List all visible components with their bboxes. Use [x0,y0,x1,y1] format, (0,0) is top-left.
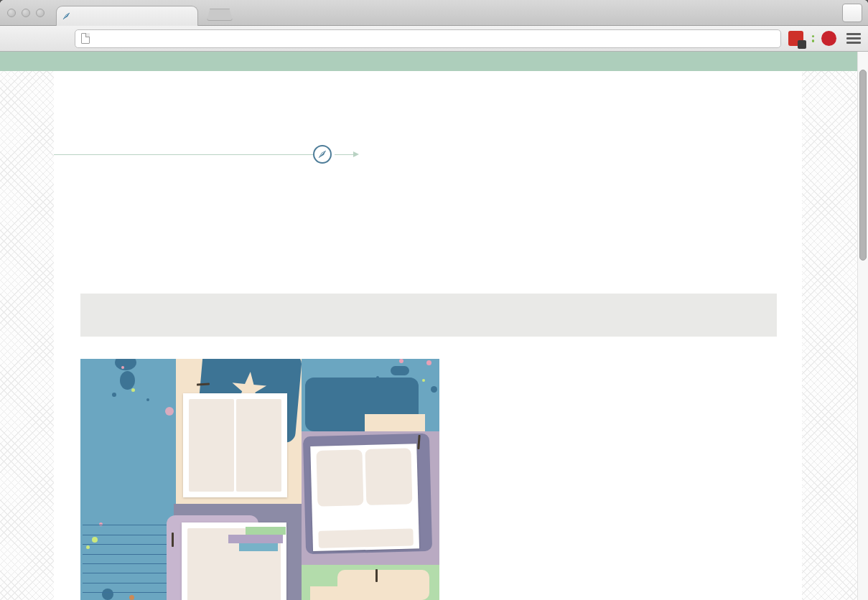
tab-favicon-compass-icon [62,11,71,21]
journal-lines-wrapped [83,516,172,600]
address-bar[interactable] [75,29,781,48]
decor-dot [131,388,135,392]
photo-frame [183,393,287,497]
decor-dot [422,379,425,382]
photo-size-label [312,504,419,527]
page-background [0,71,868,600]
photo-frame [310,444,419,551]
zoom-window-icon[interactable] [36,9,45,17]
minimize-window-icon[interactable] [22,9,30,17]
decor-dot [165,407,174,416]
decor-blob [391,366,409,375]
pinterest-extension-icon[interactable] [821,31,836,46]
a-extension-dots [812,35,815,42]
photo-placeholder [316,449,363,507]
lastpass-extension-icon[interactable] [788,31,803,46]
decor-dot [146,398,149,401]
artwork-slate-card [303,433,432,555]
scrapbook-template-image [80,359,439,600]
arrow-head-icon [353,151,359,157]
reload-button[interactable] [50,30,67,47]
decor-dot [431,386,437,393]
decor-dot [121,366,124,369]
window-controls [7,9,45,17]
chrome-menu-icon[interactable] [846,33,861,44]
arrow-line [335,154,353,155]
photo-placeholder [318,528,414,548]
browser-toolbar [0,26,868,52]
site-nav-bar [0,52,868,71]
lastpass-badge [798,40,806,49]
a-extension-icon[interactable] [811,35,815,42]
photo-size-label [183,393,287,497]
staple-icon [172,533,174,547]
photo-size-label [182,566,286,586]
scrollbar-track[interactable] [857,52,868,600]
browser-tabstrip [0,0,868,26]
decor-dot [399,359,403,363]
browser-window [0,0,868,600]
decor-dot [112,393,116,397]
back-button[interactable] [7,30,24,47]
page-content [54,71,802,600]
new-tab-button[interactable] [207,9,233,21]
forward-button[interactable] [29,30,46,47]
logo-divider-line [54,154,314,155]
browser-tab[interactable] [56,6,198,26]
extension-icons [788,31,862,46]
staple-icon [375,569,378,582]
decor-dot [426,360,431,365]
compass-icon [313,145,332,164]
close-window-icon[interactable] [7,9,16,17]
artwork-mauve-tab [228,535,283,543]
story-starter-box [80,294,777,337]
page-document-icon [81,33,90,44]
artwork-cream-tab [365,414,425,431]
decor-blob [120,371,135,390]
photo-placeholder [365,448,412,505]
artwork-blue-tab [239,543,278,551]
chrome-profile-button[interactable] [842,4,862,22]
artwork-cream-blob [337,570,429,600]
artwork-green-tab [246,527,286,535]
scrollbar-thumb[interactable] [859,70,867,261]
